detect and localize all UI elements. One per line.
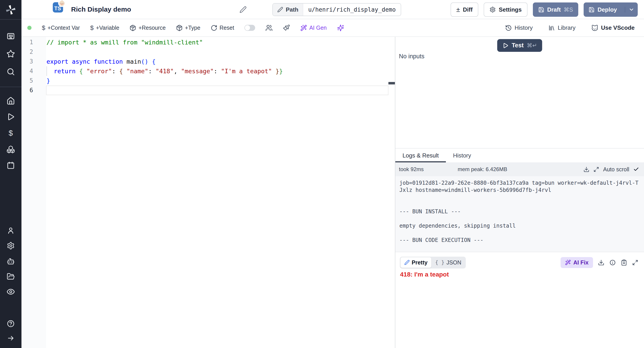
auto-scroll-label[interactable]: Auto scroll [603,166,629,173]
schedules-calendar-icon[interactable] [6,161,15,170]
use-vscode-label: Use VScode [601,24,634,31]
no-inputs-text: No inputs [399,53,424,60]
runs-play-icon[interactable] [6,113,15,121]
json-tab[interactable]: { } JSON [431,257,465,268]
use-vscode-button[interactable]: Use VScode [591,24,634,31]
path-value: u/henri/rich_display_demo [303,3,400,16]
test-shortcut: ⌘↵ [527,42,537,49]
package-icon [176,24,183,31]
apps-icon[interactable] [6,32,15,40]
logs-text: job=01912d81-22a9-262e-8880-6bf3a137ca9a… [395,176,644,244]
left-sidebar: $ [0,0,22,348]
code-line[interactable]: // import * as wmill from "windmill-clie… [46,37,388,47]
settings-gear-icon[interactable] [7,242,15,250]
code-editor[interactable]: 123456 // import * as wmill from "windmi… [22,37,395,348]
status-dot [27,26,32,30]
sparkles-icon[interactable] [337,24,344,31]
reset-button[interactable]: Reset [211,24,234,31]
path-label: Path [286,6,298,13]
indent-guide [46,66,47,76]
expand-sidebar-arrow-icon[interactable] [7,334,14,342]
wand-icon [565,260,571,265]
pretty-tab[interactable]: Pretty [400,257,431,268]
workers-robot-icon[interactable] [7,257,15,265]
draft-button[interactable]: Draft ⌘S [533,2,578,17]
wand-icon [300,24,307,31]
add-variable-button[interactable]: $ +Variable [90,24,119,31]
resources-boxes-icon[interactable] [6,145,15,154]
ai-gen-label: AI Gen [309,24,327,31]
search-icon[interactable] [6,67,15,76]
editor-toolbar: $ +Context Var $ +Variable +Resource +Ty… [22,19,644,37]
path-control[interactable]: Path u/henri/rich_display_demo [272,3,401,16]
expand-logs-icon[interactable] [594,167,599,172]
dollar-icon: $ [42,24,46,31]
deploy-dropdown[interactable] [625,7,638,12]
code-line[interactable]: } [46,76,388,86]
edit-summary-pencil-icon[interactable] [240,6,247,13]
expand-result-icon[interactable] [632,260,638,266]
save-icon [538,7,544,13]
format-brush-icon[interactable] [283,24,290,31]
save-icon [588,7,594,13]
diff-mode-toggle[interactable] [244,25,255,31]
download-result-icon[interactable] [598,259,604,266]
current-line-highlight [46,86,388,95]
mem-peak: mem peak: 6.426MB [458,166,507,173]
multiplayer-users-icon[interactable] [266,24,272,31]
result-divider [395,252,644,252]
settings-button[interactable]: Settings [484,2,528,17]
line-numbers: 123456 [22,37,46,348]
chevron-down-icon [628,7,634,12]
history-icon [505,24,512,31]
rail-divider [0,87,22,87]
home-icon[interactable] [6,97,15,105]
clipboard-icon[interactable] [621,259,627,266]
ai-fix-button[interactable]: AI Fix [560,257,593,268]
play-icon [502,42,508,49]
info-icon[interactable] [609,259,616,266]
dollar-icon: $ [90,24,94,31]
user-icon[interactable] [7,226,15,234]
library-button[interactable]: Library [548,24,575,31]
code-line[interactable] [46,47,388,57]
settings-label: Settings [499,6,522,13]
library-label: Library [558,24,575,31]
add-type-button[interactable]: +Type [176,24,200,31]
folders-icon[interactable] [7,273,15,281]
scrollbar-cursor-marker [388,82,395,84]
editor-scrollbar[interactable] [388,37,395,348]
code-line[interactable]: return { "error": { "name": "418", "mess… [46,66,388,76]
diff-label: Diff [463,6,472,13]
resource-label: +Resource [138,24,166,31]
baby-emoji [58,0,66,7]
json-label: JSON [446,259,461,266]
add-context-var-button[interactable]: $ +Context Var [42,24,80,31]
windmill-logo[interactable] [6,5,16,15]
download-logs-icon[interactable] [584,167,590,173]
page-title: Rich Display demo [71,5,131,13]
package-icon [130,24,136,31]
check-icon[interactable] [633,167,639,172]
logs-viewer[interactable]: job=01912d81-22a9-262e-8880-6bf3a137ca9a… [395,176,644,252]
result-tabs: Logs & Result History [395,148,644,162]
cat-icon [591,24,598,31]
help-icon[interactable] [7,320,15,328]
tab-history[interactable]: History [446,149,478,162]
deploy-label: Deploy [598,6,617,13]
diff-button[interactable]: ± Diff [450,2,478,17]
ai-gen-button[interactable]: AI Gen [300,24,327,31]
add-resource-button[interactable]: +Resource [130,24,166,31]
audit-eye-icon[interactable] [6,288,15,296]
test-button[interactable]: Test ⌘↵ [497,39,542,52]
tab-logs-result[interactable]: Logs & Result [395,149,446,162]
history-button[interactable]: History [505,24,533,31]
deploy-button[interactable]: Deploy [584,2,638,17]
braces-icon: { } [435,260,444,265]
favorites-star-icon[interactable] [6,50,15,58]
variables-dollar-icon[interactable]: $ [9,129,13,137]
toggle-knob [245,25,250,30]
job-status-bar: took 92ms mem peak: 6.426MB Auto scroll [395,162,644,176]
code-line[interactable]: export async function main() { [46,57,388,66]
library-icon [548,24,555,31]
